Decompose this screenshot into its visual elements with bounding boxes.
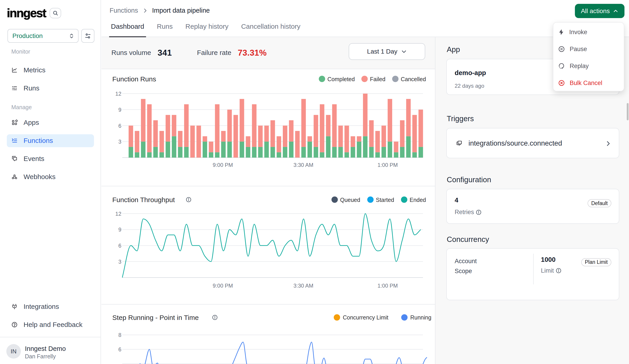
svg-text:Started: Started: [376, 197, 394, 203]
svg-text:3:30 AM: 3:30 AM: [294, 162, 313, 168]
svg-text:Running: Running: [410, 314, 431, 321]
svg-text:Failed: Failed: [370, 76, 385, 82]
svg-text:6: 6: [118, 346, 121, 353]
svg-text:Concurrency Limit: Concurrency Limit: [343, 314, 388, 321]
svg-text:9: 9: [118, 227, 121, 233]
svg-text:8: 8: [118, 332, 121, 338]
svg-text:Queued: Queued: [340, 197, 360, 203]
svg-text:6: 6: [118, 243, 121, 249]
svg-text:12: 12: [115, 91, 121, 97]
svg-text:3:30 AM: 3:30 AM: [294, 283, 313, 289]
svg-text:1:00 PM: 1:00 PM: [377, 283, 398, 289]
svg-text:1:00 PM: 1:00 PM: [377, 162, 398, 168]
svg-text:9:00 PM: 9:00 PM: [213, 162, 233, 168]
svg-text:Function Runs: Function Runs: [112, 75, 156, 83]
svg-text:12: 12: [115, 211, 121, 217]
svg-text:3: 3: [118, 259, 121, 265]
svg-text:9: 9: [118, 107, 121, 113]
svg-text:Step Running - Point in Time: Step Running - Point in Time: [112, 314, 199, 321]
svg-text:Ended: Ended: [410, 197, 426, 203]
svg-text:9:00 PM: 9:00 PM: [213, 283, 233, 289]
svg-text:6: 6: [118, 123, 121, 129]
svg-text:Function Throughput: Function Throughput: [112, 196, 175, 203]
svg-text:3: 3: [118, 139, 121, 145]
svg-text:Cancelled: Cancelled: [401, 76, 426, 82]
svg-text:Completed: Completed: [327, 76, 355, 82]
